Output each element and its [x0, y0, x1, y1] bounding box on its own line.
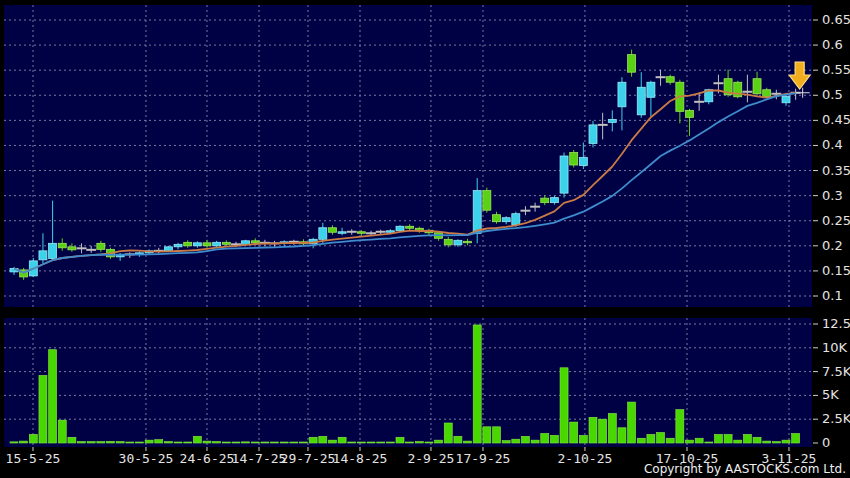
stock-chart-window: 0.650.60.550.50.450.40.350.30.250.20.150…: [0, 0, 850, 478]
date-axis-label: 24-6-25: [180, 451, 235, 466]
price-axis-label: 0.4: [822, 137, 843, 152]
date-axis-label: 15-5-25: [6, 451, 61, 466]
date-axis-label: 29-7-25: [281, 451, 336, 466]
price-axis-label: 0.15: [822, 263, 850, 278]
volume-axis-label: 10K: [822, 340, 847, 355]
price-axis-label: 0.5: [822, 87, 843, 102]
price-axis-label: 0.6: [822, 37, 843, 52]
price-axis-label: 0.25: [822, 213, 850, 228]
date-axis-label: 17-9-25: [456, 451, 511, 466]
price-axis-label: 0.3: [822, 188, 843, 203]
volume-axis-label: 7.5K: [822, 364, 850, 379]
price-axis-label: 0.2: [822, 238, 843, 253]
date-axis-label: 30-5-25: [119, 451, 174, 466]
price-axis-label: 0.1: [822, 288, 843, 303]
copyright-text: Copyright by AASTOCKS.com Ltd.: [644, 462, 846, 476]
date-axis-label: 14-7-25: [232, 451, 287, 466]
date-axis-label: 2-9-25: [407, 451, 454, 466]
volume-axis-label: 12.5K: [822, 316, 850, 331]
chart-canvas[interactable]: [0, 0, 850, 478]
volume-axis-label: 0: [822, 435, 830, 450]
date-axis-label: 14-8-25: [333, 451, 388, 466]
price-axis-label: 0.65: [822, 12, 850, 27]
price-axis-label: 0.55: [822, 62, 850, 77]
volume-axis-label: 2.5K: [822, 411, 850, 426]
price-axis-label: 0.45: [822, 112, 850, 127]
volume-axis-label: 5K: [822, 387, 839, 402]
date-axis-label: 2-10-25: [558, 451, 613, 466]
price-axis-label: 0.35: [822, 163, 850, 178]
